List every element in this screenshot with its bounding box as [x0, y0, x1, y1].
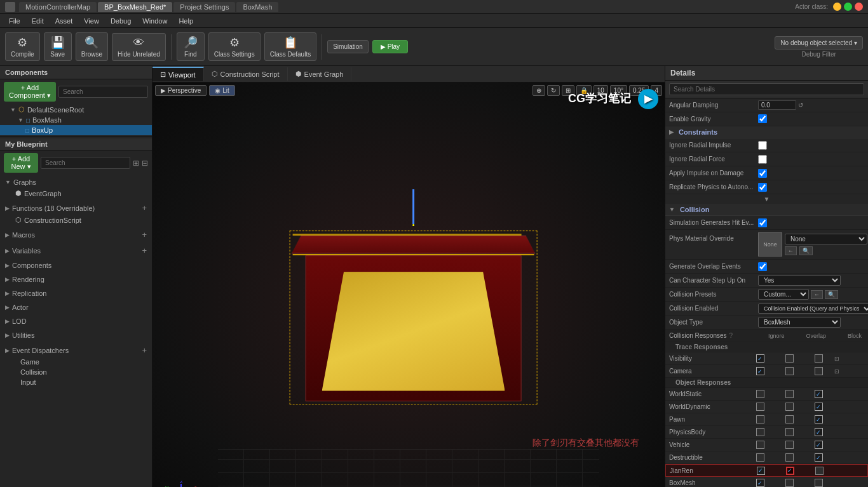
visibility-ignore-radio[interactable] [756, 354, 764, 363]
add-component-button[interactable]: + Add Component ▾ [4, 82, 56, 102]
boxmesh-ignore-radio[interactable] [756, 479, 764, 487]
maximize-button[interactable] [844, 3, 852, 11]
tree-item-defaultsceneroot[interactable]: ▼ ⬡ DefaultSceneRoot [0, 104, 152, 115]
vehicle-ignore-cell[interactable] [745, 441, 775, 449]
apply-impulse-checkbox[interactable] [758, 169, 767, 178]
bp-graphs-header[interactable]: ▼ Graphs [0, 177, 152, 188]
bp-event-graph[interactable]: ⬢ EventGraph [0, 188, 152, 199]
pawn-overlap-radio[interactable] [785, 415, 794, 424]
char-step-up-select[interactable]: Yes No [758, 275, 841, 286]
camera-block-radio[interactable] [815, 367, 823, 375]
bp-collision-item[interactable]: Collision [0, 367, 152, 377]
destructible-block-cell[interactable] [804, 453, 833, 462]
angular-damping-input[interactable] [758, 100, 796, 110]
visibility-block-radio[interactable] [815, 354, 823, 363]
destructible-ignore-cell[interactable] [745, 453, 775, 462]
worlddynamic-block-radio[interactable] [815, 403, 823, 411]
find-button[interactable]: 🔎 Find [177, 32, 205, 61]
physicsbody-block-radio[interactable] [815, 428, 823, 436]
constraints-title[interactable]: ▶ Constraints [665, 126, 868, 138]
constraints-expand[interactable]: ▼ [665, 194, 868, 204]
tab-viewport[interactable]: ⊡ Viewport [153, 67, 204, 81]
menu-file[interactable]: File [4, 16, 25, 26]
boxmesh-block-radio[interactable] [815, 479, 823, 487]
bp-replication-header[interactable]: ▶ Replication [0, 288, 152, 299]
bp-game-item[interactable]: Game [0, 357, 152, 367]
collision-title[interactable]: ▼ Collision [665, 204, 868, 216]
details-search-input[interactable] [669, 83, 864, 95]
angular-damping-reset[interactable]: ↺ [798, 102, 803, 109]
boxmesh-overlap-cell[interactable] [775, 479, 804, 487]
pawn-overlap-cell[interactable] [775, 415, 804, 424]
camera-ignore-cell[interactable] [745, 367, 775, 375]
bp-components-subsec[interactable]: ▶ Components [0, 260, 152, 271]
vehicle-ignore-radio[interactable] [756, 441, 764, 449]
visibility-overlap-radio[interactable] [785, 354, 794, 363]
browse-button[interactable]: 🔍 Browse [76, 32, 108, 61]
jianren-block-cell[interactable] [804, 467, 834, 475]
worlddynamic-ignore-radio[interactable] [756, 403, 764, 411]
add-function-button[interactable]: + [142, 203, 147, 213]
physicsbody-overlap-radio[interactable] [785, 428, 794, 436]
jianren-ignore-cell[interactable] [746, 467, 775, 475]
ignore-radial-impulse-checkbox[interactable] [758, 141, 767, 150]
destructible-overlap-radio[interactable] [785, 453, 794, 462]
visibility-extra[interactable]: ⊡ [834, 356, 839, 362]
collision-presets-select[interactable]: Custom... [758, 289, 809, 300]
bp-rendering-header[interactable]: ▶ Rendering [0, 274, 152, 285]
vehicle-block-radio[interactable] [815, 441, 823, 449]
generate-overlap-checkbox[interactable] [758, 262, 767, 271]
boxmesh-overlap-radio[interactable] [785, 479, 794, 487]
vp-icon-rotate[interactable]: ↻ [547, 85, 560, 96]
hide-unrelated-button[interactable]: 👁 Hide Unrelated [112, 33, 166, 61]
object-type-select[interactable]: BoxMesh [758, 317, 841, 328]
pawn-block-radio[interactable] [815, 415, 823, 424]
pawn-block-cell[interactable] [804, 415, 833, 424]
camera-ignore-radio[interactable] [756, 367, 764, 375]
add-dispatcher-button[interactable]: + [142, 345, 147, 355]
menu-asset[interactable]: Asset [50, 16, 78, 26]
menu-view[interactable]: View [79, 16, 104, 26]
worlddynamic-overlap-radio[interactable] [785, 403, 794, 411]
worlddynamic-overlap-cell[interactable] [775, 403, 804, 411]
bp-variables-header[interactable]: ▶ Variables + [0, 244, 152, 257]
collision-enabled-select[interactable]: Collision Enabled (Query and Physics) [758, 304, 868, 314]
tab-motioncontroller[interactable]: MotionControllerMap [19, 2, 97, 12]
presets-back-button[interactable]: ← [811, 290, 823, 299]
worlddynamic-block-cell[interactable] [804, 403, 833, 411]
bp-eventdisp-header[interactable]: ▶ Event Dispatchers + [0, 344, 152, 357]
bp-search-input[interactable] [41, 157, 130, 169]
bp-view-toggle[interactable]: ⊞ [133, 159, 139, 168]
tab-construction-script[interactable]: ⬡ Construction Script [204, 67, 288, 81]
physicsbody-ignore-radio[interactable] [756, 428, 764, 436]
tree-item-boxmash[interactable]: ▼ □ BoxMash [0, 115, 152, 125]
physicsbody-overlap-cell[interactable] [775, 428, 804, 436]
vehicle-overlap-cell[interactable] [775, 441, 804, 449]
tab-boxmash[interactable]: BoxMash [236, 2, 278, 12]
physicsbody-ignore-cell[interactable] [745, 428, 775, 436]
visibility-overlap-cell[interactable] [775, 354, 804, 363]
add-variable-button[interactable]: + [142, 246, 147, 255]
jianren-block-radio[interactable] [815, 467, 824, 475]
destructible-ignore-radio[interactable] [756, 453, 764, 462]
tab-event-graph[interactable]: ⬢ Event Graph [288, 67, 352, 81]
camera-overlap-radio[interactable] [785, 367, 794, 375]
bp-input-item[interactable]: Input [0, 377, 152, 387]
bp-utilities-header[interactable]: ▶ Utilities [0, 330, 152, 341]
worldstatic-overlap-radio[interactable] [785, 390, 794, 398]
bp-macros-header[interactable]: ▶ Macros + [0, 228, 152, 241]
minimize-button[interactable] [833, 3, 841, 11]
bp-lod-header[interactable]: ▶ LOD [0, 316, 152, 327]
collision-responses-help[interactable]: ? [729, 332, 733, 339]
pawn-ignore-cell[interactable] [745, 415, 775, 424]
material-back-button[interactable]: ← [785, 246, 797, 255]
worldstatic-block-cell[interactable] [804, 390, 833, 398]
physicsbody-block-cell[interactable] [804, 428, 833, 436]
vehicle-block-cell[interactable] [804, 441, 833, 449]
enable-gravity-checkbox[interactable] [758, 114, 767, 123]
material-search-button[interactable]: 🔍 [799, 246, 813, 255]
debug-filter-dropdown[interactable]: No debug object selected ▾ [775, 36, 863, 50]
vp-lit-button[interactable]: ◉ Lit [209, 85, 235, 96]
simulation-button[interactable]: Simulation [327, 40, 369, 53]
class-defaults-button[interactable]: 📋 Class Defaults [264, 32, 316, 61]
